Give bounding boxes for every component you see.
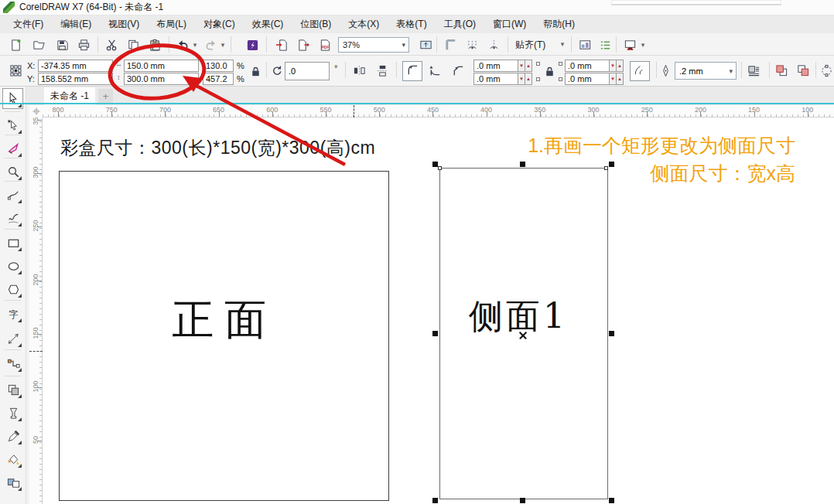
corner-radius-rb-stepper[interactable]: ▼▲: [610, 73, 624, 85]
welcome-screen-icon[interactable]: [620, 36, 639, 54]
corner-radius-lt-stepper[interactable]: ▼▲: [518, 60, 532, 72]
chevron-down-icon[interactable]: ▾: [559, 40, 566, 48]
selection-handle-top-left[interactable]: [432, 162, 438, 167]
export-icon[interactable]: [294, 36, 313, 54]
shape-tool[interactable]: [4, 116, 22, 135]
object-height-field[interactable]: [124, 73, 199, 85]
print-icon[interactable]: [74, 36, 93, 54]
selection-handle-middle-right[interactable]: [609, 331, 614, 336]
corner-node-right[interactable]: [604, 166, 608, 170]
zoom-level-select[interactable]: 37% ▾: [338, 37, 409, 53]
selection-handle-top-right[interactable]: [609, 162, 614, 167]
scale-h-field[interactable]: [203, 60, 234, 72]
drop-shadow-tool[interactable]: [4, 380, 22, 399]
transparency-tool[interactable]: [4, 404, 22, 422]
rotation-angle-field[interactable]: [285, 62, 330, 80]
cut-icon[interactable]: [102, 36, 121, 54]
corner-radius-rt-stepper[interactable]: ▼▲: [610, 60, 624, 72]
snap-to-menu[interactable]: 贴齐(T): [515, 39, 545, 52]
undo-dropdown-icon[interactable]: ▾: [191, 41, 199, 49]
scalloped-corner-icon[interactable]: [429, 64, 443, 78]
crop-tool[interactable]: [4, 139, 22, 158]
menu-item-8[interactable]: 表格(T): [388, 15, 435, 33]
corner-radius-rt-field[interactable]: [565, 60, 610, 72]
text-tool[interactable]: 字: [4, 305, 22, 323]
rectangle-tool[interactable]: [4, 233, 22, 252]
selection-handle-bottom-right[interactable]: [609, 498, 614, 503]
selection-center-marker[interactable]: [519, 332, 527, 339]
selection-handle-middle-left[interactable]: [432, 331, 438, 336]
document-info-icon[interactable]: [596, 36, 614, 54]
selection-handle-bottom-left[interactable]: [432, 498, 438, 503]
lock-corners-icon[interactable]: [543, 65, 557, 79]
relative-corner-button[interactable]: [630, 61, 650, 81]
menu-item-3[interactable]: 布局(L): [148, 15, 195, 33]
import-icon[interactable]: [272, 36, 291, 54]
horizontal-ruler[interactable]: 8007507006506005505004504003503002502001…: [43, 105, 834, 117]
app-launcher-icon[interactable]: [243, 36, 261, 54]
options-icon[interactable]: [576, 36, 594, 54]
selection-handle-bottom-middle[interactable]: [520, 498, 525, 503]
lock-ratio-icon[interactable]: [249, 65, 263, 79]
menu-item-5[interactable]: 效果(C): [244, 15, 292, 33]
redo-dropdown-icon[interactable]: ▾: [219, 41, 227, 49]
redo-icon[interactable]: [201, 36, 220, 54]
new-document-icon[interactable]: [6, 36, 25, 54]
side-rectangle-label[interactable]: 侧面1: [469, 294, 568, 339]
y-position-field[interactable]: [38, 73, 113, 85]
wrap-text-icon[interactable]: [747, 64, 761, 78]
chevron-down-icon[interactable]: ▾: [639, 41, 647, 49]
box-size-text-object[interactable]: 彩盒尺寸：300(长)*150(宽)*300(高)cm: [60, 136, 375, 160]
menu-item-7[interactable]: 文本(X): [340, 15, 388, 33]
artistic-media-tool[interactable]: [4, 209, 22, 227]
polygon-tool[interactable]: [4, 280, 22, 298]
new-tab-button[interactable]: +: [98, 89, 113, 103]
open-icon[interactable]: [29, 36, 48, 54]
menu-item-10[interactable]: 窗口(W): [484, 15, 535, 33]
menu-item-9[interactable]: 工具(O): [436, 15, 484, 33]
corner-radius-lt-field[interactable]: [473, 60, 518, 72]
publish-pdf-icon[interactable]: PDF: [316, 36, 334, 54]
corner-radius-lb-stepper[interactable]: ▼▲: [518, 73, 532, 85]
menu-item-0[interactable]: 文件(F): [5, 15, 52, 33]
scale-v-field[interactable]: [203, 73, 234, 85]
connector-tool[interactable]: [4, 354, 22, 373]
freehand-tool[interactable]: [4, 186, 22, 204]
ellipse-tool[interactable]: [4, 257, 22, 275]
corner-radius-rb-field[interactable]: [565, 73, 610, 85]
rulers-icon[interactable]: [441, 36, 460, 54]
save-icon[interactable]: [53, 36, 71, 54]
menu-item-4[interactable]: 对象(C): [195, 15, 244, 33]
zoom-tool[interactable]: [4, 162, 22, 181]
object-width-field[interactable]: [124, 60, 199, 72]
chamfer-corner-icon[interactable]: [452, 64, 466, 78]
interactive-fill-tool[interactable]: [4, 473, 22, 492]
to-back-icon[interactable]: [797, 64, 811, 78]
grid-icon[interactable]: [463, 36, 481, 54]
fullscreen-preview-icon[interactable]: [416, 36, 435, 54]
mirror-v-icon[interactable]: [376, 64, 390, 78]
dimension-tool[interactable]: [4, 329, 22, 348]
front-rectangle-label[interactable]: 正面: [172, 292, 277, 349]
round-corner-button[interactable]: [402, 61, 422, 81]
color-eyedropper-tool[interactable]: [4, 427, 22, 445]
menu-item-6[interactable]: 位图(B): [292, 15, 340, 33]
menu-item-11[interactable]: 帮助(H): [535, 15, 583, 33]
undo-icon[interactable]: [173, 36, 192, 54]
selection-handle-top-middle[interactable]: [520, 162, 525, 167]
to-front-icon[interactable]: [775, 64, 789, 78]
outline-width-select[interactable]: .2 mm ▾: [675, 62, 737, 80]
menu-item-1[interactable]: 编辑(E): [52, 15, 100, 33]
x-position-field[interactable]: [38, 60, 113, 72]
menu-item-2[interactable]: 视图(V): [100, 15, 148, 33]
corner-radius-lb-field[interactable]: [473, 73, 518, 85]
fill-tool[interactable]: [4, 450, 22, 468]
vertical-ruler[interactable]: 35030025020015010050: [29, 105, 43, 504]
pick-tool[interactable]: [2, 88, 23, 109]
ruler-origin-corner[interactable]: [29, 105, 43, 117]
corner-node-left[interactable]: [438, 166, 442, 170]
mirror-h-icon[interactable]: [353, 64, 367, 78]
paste-icon[interactable]: [145, 36, 164, 54]
copy-icon[interactable]: [124, 36, 142, 54]
guidelines-icon[interactable]: [484, 36, 503, 54]
